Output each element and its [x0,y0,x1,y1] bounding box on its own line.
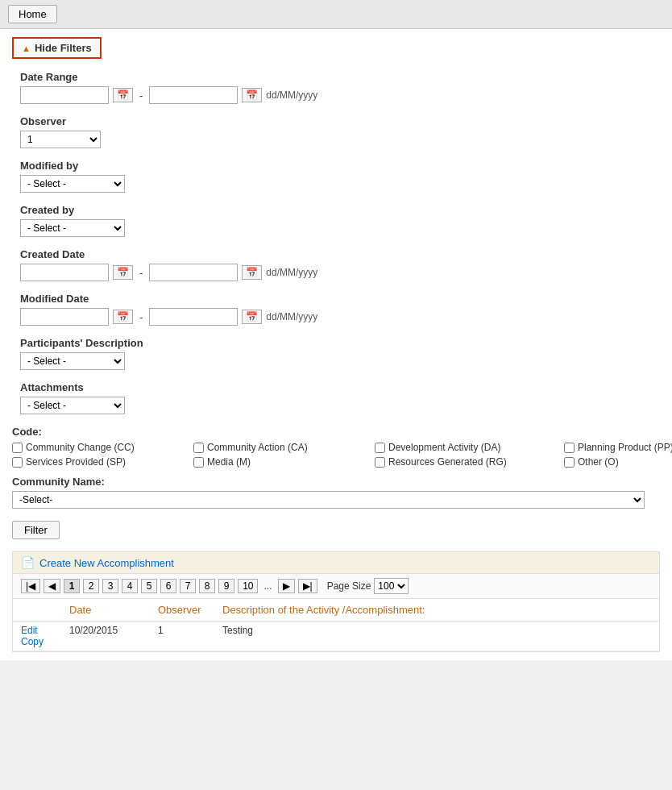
pagination-bar: |◀ ◀ 1 2 3 4 5 6 7 8 9 10 ... ▶ ▶| Page … [13,574,659,599]
pagination-prev-button[interactable]: ◀ [44,579,60,593]
th-actions [21,604,69,616]
code-checkboxes: Community Change (CC) Community Action (… [12,442,660,468]
participants-select[interactable]: - Select - [20,352,125,370]
created-date-start-calendar-button[interactable]: 📅 [113,265,133,280]
hide-filters-label: Hide Filters [35,42,92,54]
td-observer: 1 [158,625,222,647]
pagination-page-5-button[interactable]: 5 [141,579,157,593]
created-date-start-input[interactable] [20,264,109,281]
code-ca-label: Community Action (CA) [207,442,308,453]
date-range-filter: Date Range 📅 - 📅 dd/MM/yyyy [20,71,660,104]
pagination-page-9-button[interactable]: 9 [218,579,234,593]
code-sp-item[interactable]: Services Provided (SP) [12,456,189,468]
code-sp-label: Services Provided (SP) [26,456,126,468]
code-pp-checkbox[interactable] [564,443,575,453]
created-date-separator: - [139,267,143,279]
date-range-inputs: 📅 - 📅 dd/MM/yyyy [20,86,660,104]
pagination-last-button[interactable]: ▶| [298,579,317,593]
pagination-first-button[interactable]: |◀ [21,579,40,593]
date-range-end-calendar-button[interactable]: 📅 [242,88,262,102]
code-rg-checkbox[interactable] [375,457,385,468]
created-date-format-label: dd/MM/yyyy [266,267,317,278]
modified-date-end-calendar-button[interactable]: 📅 [242,310,262,324]
code-section: Code: Community Change (CC) Community Ac… [12,426,660,468]
modified-by-label: Modified by [20,160,660,172]
attachments-select[interactable]: - Select - [20,397,125,414]
main-content: ▲ Hide Filters Date Range 📅 - 📅 dd/MM/yy… [0,29,672,660]
table-row: Edit Copy 10/20/2015 1 Testing [13,622,659,651]
modified-by-select[interactable]: - Select - [20,175,125,193]
modified-by-filter: Modified by - Select - [20,160,660,193]
created-date-end-calendar-button[interactable]: 📅 [242,265,262,280]
modified-date-end-input[interactable] [149,308,238,326]
created-date-filter: Created Date 📅 - 📅 dd/MM/yyyy [20,248,660,281]
participants-filter: Participants' Description - Select - [20,337,660,370]
create-new-accomplishment-link[interactable]: Create New Accomplishment [39,557,174,569]
observer-select[interactable]: 1 2 3 [20,131,101,148]
attachments-label: Attachments [20,381,660,393]
modified-date-start-calendar-button[interactable]: 📅 [113,310,133,324]
date-range-start-input[interactable] [20,86,109,104]
date-format-label: dd/MM/yyyy [266,89,317,101]
code-cc-label: Community Change (CC) [26,442,135,453]
pagination-next-button[interactable]: ▶ [278,579,295,593]
code-pp-label: Planning Product (PP) [578,442,672,453]
create-new-bar: 📄 Create New Accomplishment [13,552,659,574]
td-date: 10/20/2015 [69,625,158,647]
td-description: Testing [222,625,651,647]
modified-date-format-label: dd/MM/yyyy [266,311,317,322]
code-section-label: Code: [12,426,660,438]
code-sp-checkbox[interactable] [12,457,23,468]
pagination-page-4-button[interactable]: 4 [122,579,138,593]
created-by-filter: Created by - Select - [20,204,660,237]
th-date: Date [69,604,158,616]
modified-date-label: Modified Date [20,293,660,305]
copy-link[interactable]: Copy [21,636,44,647]
create-new-icon: 📄 [21,556,35,569]
code-pp-item[interactable]: Planning Product (PP) [564,442,672,453]
created-by-select[interactable]: - Select - [20,219,125,237]
code-o-checkbox[interactable] [564,457,575,468]
th-description: Description of the Activity /Accomplishm… [222,604,651,616]
date-range-separator: - [139,89,143,102]
filters-section: Date Range 📅 - 📅 dd/MM/yyyy Observer 1 2… [12,71,660,414]
code-ca-item[interactable]: Community Action (CA) [193,442,371,453]
participants-label: Participants' Description [20,337,660,349]
edit-link[interactable]: Edit [21,625,38,636]
pagination-page-6-button[interactable]: 6 [160,579,176,593]
pagination-page-8-button[interactable]: 8 [199,579,215,593]
modified-date-filter: Modified Date 📅 - 📅 dd/MM/yyyy [20,293,660,326]
created-date-end-input[interactable] [149,264,238,281]
created-date-label: Created Date [20,248,660,260]
observer-label: Observer [20,115,660,127]
code-cc-checkbox[interactable] [12,443,23,453]
community-name-select[interactable]: -Select- [12,491,645,509]
code-rg-item[interactable]: Resources Generated (RG) [375,456,560,468]
code-m-item[interactable]: Media (M) [193,456,371,468]
td-actions: Edit Copy [21,625,69,647]
code-ca-checkbox[interactable] [193,443,204,453]
arrow-up-icon: ▲ [22,44,31,53]
code-da-checkbox[interactable] [375,443,385,453]
hide-filters-button[interactable]: ▲ Hide Filters [12,37,102,59]
code-o-item[interactable]: Other (O) [564,456,672,468]
page-size-select[interactable]: 100 50 25 [374,578,409,594]
community-name-label: Community Name: [12,476,660,488]
date-range-start-calendar-button[interactable]: 📅 [113,88,133,102]
observer-filter: Observer 1 2 3 [20,115,660,148]
pagination-ellipsis: ... [261,580,274,592]
pagination-page-1-button[interactable]: 1 [64,579,80,593]
pagination-page-3-button[interactable]: 3 [102,579,118,593]
top-bar: Home [0,0,672,29]
date-range-end-input[interactable] [149,86,238,104]
code-m-checkbox[interactable] [193,457,204,468]
home-button[interactable]: Home [8,5,57,23]
pagination-page-7-button[interactable]: 7 [180,579,196,593]
table-header: Date Observer Description of the Activit… [13,599,659,622]
code-cc-item[interactable]: Community Change (CC) [12,442,189,453]
pagination-page-10-button[interactable]: 10 [238,579,258,593]
filter-button[interactable]: Filter [12,521,60,539]
code-da-item[interactable]: Development Activity (DA) [375,442,560,453]
pagination-page-2-button[interactable]: 2 [83,579,99,593]
modified-date-start-input[interactable] [20,308,109,326]
